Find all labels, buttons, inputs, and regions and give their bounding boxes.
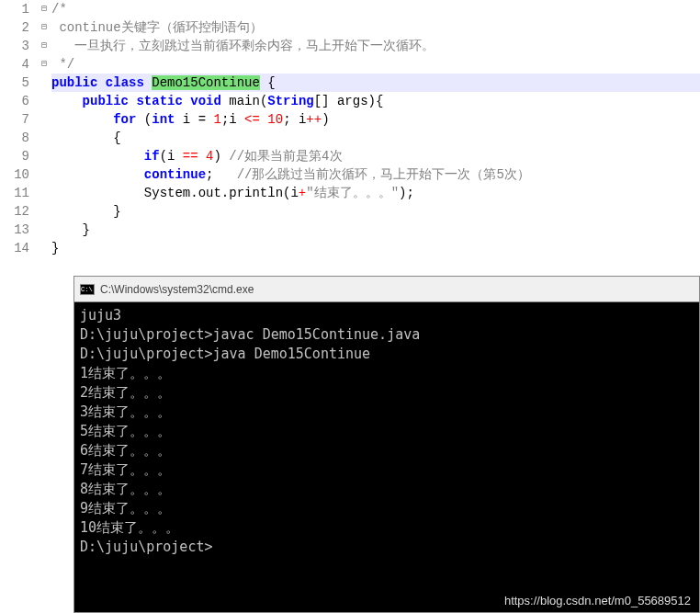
code-content[interactable]: /* continue关键字（循环控制语句） 一旦执行，立刻跳过当前循环剩余内容…	[51, 0, 700, 257]
terminal-line: 6结束了。。。	[80, 441, 694, 460]
terminal-title: C:\Windows\system32\cmd.exe	[100, 283, 254, 296]
terminal-line: juju3	[80, 306, 694, 325]
comment-inline: //如果当前是第4次	[229, 149, 342, 164]
line-number: 13	[0, 221, 29, 239]
cmd-icon: C:\	[80, 284, 95, 295]
step: ; i	[283, 112, 306, 127]
sysout: System.out.println(i	[144, 186, 299, 200]
terminal-line: 5结束了。。。	[80, 422, 694, 441]
fold-toggle[interactable]: ⊟	[37, 55, 51, 74]
paren: )	[213, 149, 229, 164]
code-line[interactable]: /*	[51, 0, 700, 18]
terminal-line: 7结束了。。。	[80, 460, 694, 480]
code-line[interactable]: continue; //那么跳过当前次循环，马上开始下一次（第5次）	[51, 165, 700, 184]
keyword-if: if	[144, 149, 160, 164]
operator-inc: ++	[306, 112, 322, 127]
class-name-highlight: Demo15Continue	[152, 75, 260, 90]
init: i =	[175, 112, 213, 127]
keyword-for: for	[113, 112, 136, 127]
operator-plus: +	[299, 186, 306, 200]
code-line[interactable]: for (int i = 1;i <= 10; i++)	[51, 110, 700, 129]
line-number-gutter: 1 2 3 4 5 6 7 8 9 10 11 12 13 14	[0, 0, 37, 257]
code-line[interactable]: continue关键字（循环控制语句）	[51, 18, 700, 37]
brace: {	[113, 131, 120, 145]
code-line[interactable]: System.out.println(i+"结束了。。。");	[51, 184, 700, 202]
keyword-continue: continue	[144, 167, 206, 182]
line-number: 11	[0, 184, 29, 202]
terminal-line: 8结束了。。。	[80, 480, 694, 499]
keyword-public: public	[83, 94, 129, 108]
number: 1	[213, 112, 220, 127]
line-number: 5	[0, 74, 29, 92]
method-name: main	[221, 94, 260, 108]
code-editor[interactable]: 1 2 3 4 5 6 7 8 9 10 11 12 13 14 ⊟ ⊟ ⊟ ⊟…	[0, 0, 700, 257]
operator-le: <=	[244, 112, 260, 127]
keyword-public: public	[51, 75, 97, 90]
watermark: https://blog.csdn.net/m0_55689512	[504, 594, 691, 607]
terminal-line: D:\juju\project>javac Demo15Continue.jav…	[80, 325, 694, 345]
line-number: 2	[0, 18, 29, 37]
paren: );	[399, 186, 414, 200]
type-string: String	[267, 94, 313, 108]
code-line[interactable]: }	[51, 239, 700, 257]
line-number: 8	[0, 129, 29, 147]
params: [] args){	[314, 94, 384, 108]
keyword-int: int	[152, 112, 175, 127]
fold-toggle[interactable]: ⊟	[37, 37, 51, 55]
brace: }	[51, 241, 59, 255]
line-number: 10	[0, 165, 29, 184]
fold-gutter: ⊟ ⊟ ⊟ ⊟	[37, 0, 51, 257]
comment-close: */	[51, 57, 74, 72]
brace: }	[83, 222, 90, 237]
code-line[interactable]: }	[51, 202, 700, 221]
fold-toggle[interactable]: ⊟	[37, 18, 51, 37]
terminal-window[interactable]: C:\ C:\Windows\system32\cmd.exe juju3 D:…	[73, 276, 700, 613]
comment-open: /*	[51, 2, 67, 17]
fold-toggle[interactable]: ⊟	[37, 0, 51, 18]
keyword-void: void	[190, 94, 221, 108]
cond: ;i	[221, 112, 244, 127]
paren: (	[136, 112, 152, 127]
code-line-highlighted[interactable]: public class Demo15Continue {	[51, 74, 700, 92]
brace: {	[260, 75, 276, 90]
code-line[interactable]: public static void main(String[] args){	[51, 92, 700, 110]
code-line[interactable]: {	[51, 129, 700, 147]
line-number: 12	[0, 202, 29, 221]
comment-text: 一旦执行，立刻跳过当前循环剩余内容，马上开始下一次循环。	[59, 39, 435, 53]
paren: (i	[160, 149, 183, 164]
paren: )	[322, 112, 329, 127]
line-number: 4	[0, 55, 29, 74]
terminal-line: 10结束了。。。	[80, 518, 694, 538]
line-number: 6	[0, 92, 29, 110]
line-number: 14	[0, 239, 29, 257]
number: 10	[260, 112, 283, 127]
keyword-static: static	[136, 94, 182, 108]
code-line[interactable]: if(i == 4) //如果当前是第4次	[51, 147, 700, 165]
semicolon: ;	[206, 167, 237, 182]
string-literal: "结束了。。。"	[306, 186, 399, 200]
comment-text: continue关键字（循环控制语句）	[59, 20, 262, 35]
number: 4	[198, 149, 214, 164]
line-number: 1	[0, 0, 29, 18]
code-line[interactable]: */	[51, 55, 700, 74]
code-line[interactable]: }	[51, 221, 700, 239]
terminal-body[interactable]: juju3 D:\juju\project>javac Demo15Contin…	[74, 302, 699, 561]
brace: }	[113, 204, 120, 219]
terminal-line: D:\juju\project>java Demo15Continue	[80, 345, 694, 364]
terminal-line: 1结束了。。。	[80, 364, 694, 383]
terminal-prompt[interactable]: D:\juju\project>	[80, 538, 694, 557]
operator-eq: ==	[183, 149, 198, 164]
code-line[interactable]: 一旦执行，立刻跳过当前循环剩余内容，马上开始下一次循环。	[51, 37, 700, 55]
comment-inline: //那么跳过当前次循环，马上开始下一次（第5次）	[237, 167, 530, 182]
terminal-line: 3结束了。。。	[80, 403, 694, 422]
line-number: 7	[0, 110, 29, 129]
line-number: 9	[0, 147, 29, 165]
keyword-class: class	[106, 75, 144, 90]
terminal-line: 2结束了。。。	[80, 383, 694, 403]
terminal-titlebar[interactable]: C:\ C:\Windows\system32\cmd.exe	[74, 277, 699, 302]
terminal-line: 9结束了。。。	[80, 499, 694, 518]
line-number: 3	[0, 37, 29, 55]
